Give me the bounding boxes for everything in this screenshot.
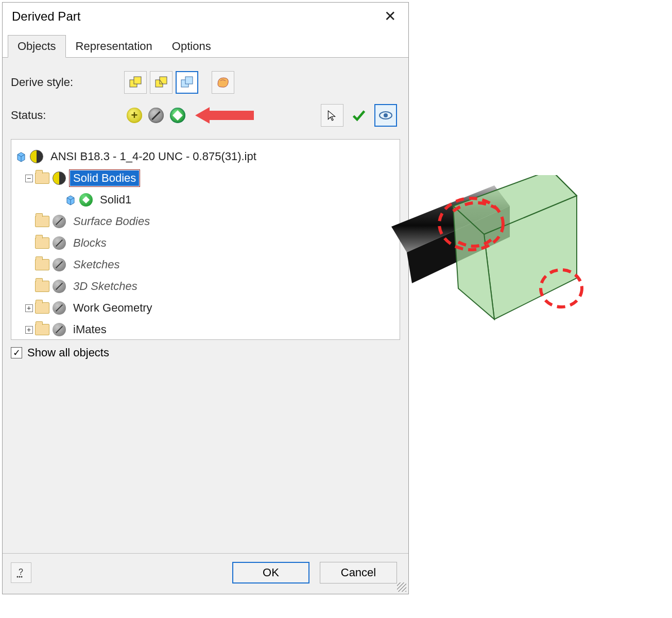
annotation-arrow-icon	[195, 107, 254, 124]
tree-root[interactable]: ANSI B18.3 - 1_4-20 UNC - 0.875(31).ipt	[15, 146, 395, 167]
status-exclude-icon	[53, 215, 66, 228]
show-all-objects-label: Show all objects	[27, 346, 109, 359]
status-row: Status: +	[11, 104, 400, 127]
status-buttons: +	[124, 105, 188, 126]
svg-rect-6	[185, 77, 193, 84]
status-exclude-icon	[53, 301, 66, 315]
tree-label: 3D Sketches	[70, 279, 141, 294]
svg-point-14	[17, 576, 19, 578]
tree-item-imates[interactable]: + iMates	[15, 319, 395, 340]
status-label: Status:	[11, 109, 124, 122]
folder-icon	[35, 173, 49, 184]
preview-visibility-icon[interactable]	[374, 104, 397, 127]
resize-grip-icon[interactable]	[397, 582, 406, 592]
svg-point-8	[384, 113, 388, 117]
tree-label: iMates	[70, 322, 110, 337]
tree-item-blocks[interactable]: Blocks	[15, 232, 395, 254]
status-exclude-icon	[53, 280, 66, 293]
viewport-3d-preview	[391, 175, 608, 345]
status-exclude-icon	[53, 258, 66, 271]
derive-style-row: Derive style:	[11, 71, 400, 94]
expander-icon[interactable]: −	[25, 175, 33, 182]
derive-style-buttons	[124, 71, 234, 94]
tree-item-sketches[interactable]: Sketches	[15, 254, 395, 276]
status-mixed-icon	[53, 171, 66, 185]
svg-rect-1	[134, 77, 141, 84]
selection-mode-buttons	[321, 104, 397, 127]
derive-style-label: Derive style:	[11, 76, 124, 89]
tree-root-label: ANSI B18.3 - 1_4-20 UNC - 0.875(31).ipt	[47, 149, 260, 164]
dialog-title: Derived Part	[12, 9, 80, 24]
expander-icon[interactable]: +	[25, 304, 33, 312]
tree-label: Sketches	[70, 257, 123, 272]
solid-cube-icon	[65, 194, 76, 205]
folder-icon	[35, 259, 49, 270]
derived-part-dialog: Derived Part ✕ Objects Representation Op…	[2, 2, 409, 594]
derive-style-solid-merge-icon[interactable]	[124, 71, 147, 94]
folder-icon	[35, 281, 49, 292]
tab-options[interactable]: Options	[162, 35, 221, 58]
status-exclude-icon	[53, 236, 66, 250]
tab-objects[interactable]: Objects	[8, 35, 66, 58]
titlebar: Derived Part ✕	[3, 3, 408, 34]
dialog-body: Derive style:	[3, 58, 408, 553]
folder-icon	[35, 302, 49, 314]
svg-point-16	[21, 576, 23, 578]
tree-item-solid1[interactable]: Solid1	[15, 189, 395, 211]
close-button[interactable]: ✕	[379, 8, 401, 25]
folder-icon	[35, 324, 49, 335]
accept-selection-icon[interactable]	[348, 104, 370, 127]
svg-point-15	[19, 576, 21, 578]
tree-item-solid-bodies[interactable]: − Solid Bodies	[15, 167, 395, 189]
dialog-footer: ? OK Cancel	[3, 553, 408, 594]
derive-style-single-composite-icon[interactable]	[212, 71, 234, 94]
status-exclude-icon[interactable]	[146, 105, 166, 126]
cancel-button[interactable]: Cancel	[320, 562, 397, 583]
svg-rect-3	[160, 77, 167, 84]
status-exclude-icon	[53, 323, 66, 336]
tab-bar: Objects Representation Options	[3, 34, 408, 58]
tree-item-surface-bodies[interactable]: Surface Bodies	[15, 211, 395, 232]
status-mixed-icon	[30, 150, 43, 163]
select-mode-cursor-icon[interactable]	[321, 104, 343, 127]
show-all-objects-checkbox[interactable]: ✓	[11, 347, 22, 358]
derive-style-body-as-work-surface-icon[interactable]	[176, 71, 198, 94]
svg-text:?: ?	[19, 568, 23, 576]
ok-button[interactable]: OK	[232, 562, 309, 583]
tree-label: Solid Bodies	[70, 170, 139, 186]
tree-label: Surface Bodies	[70, 214, 153, 229]
folder-icon	[35, 237, 49, 249]
tree-label: Work Geometry	[70, 300, 156, 316]
help-button[interactable]: ?	[11, 562, 31, 583]
show-all-objects-row: ✓ Show all objects	[11, 346, 400, 359]
expander-icon[interactable]: +	[25, 326, 33, 334]
tree-item-work-geometry[interactable]: + Work Geometry	[15, 297, 395, 319]
tab-representation[interactable]: Representation	[66, 35, 162, 58]
status-bounding-icon[interactable]	[167, 105, 188, 126]
derive-style-solid-seams-icon[interactable]	[150, 71, 173, 94]
tree-item-3d-sketches[interactable]: 3D Sketches	[15, 276, 395, 297]
object-tree[interactable]: ANSI B18.3 - 1_4-20 UNC - 0.875(31).ipt …	[11, 139, 400, 340]
tree-label: Blocks	[70, 235, 110, 251]
status-include-icon[interactable]: +	[124, 105, 145, 126]
status-include-icon	[79, 193, 93, 207]
tree-label: Solid1	[97, 192, 134, 208]
folder-icon	[35, 216, 49, 227]
part-cube-icon	[15, 151, 27, 162]
